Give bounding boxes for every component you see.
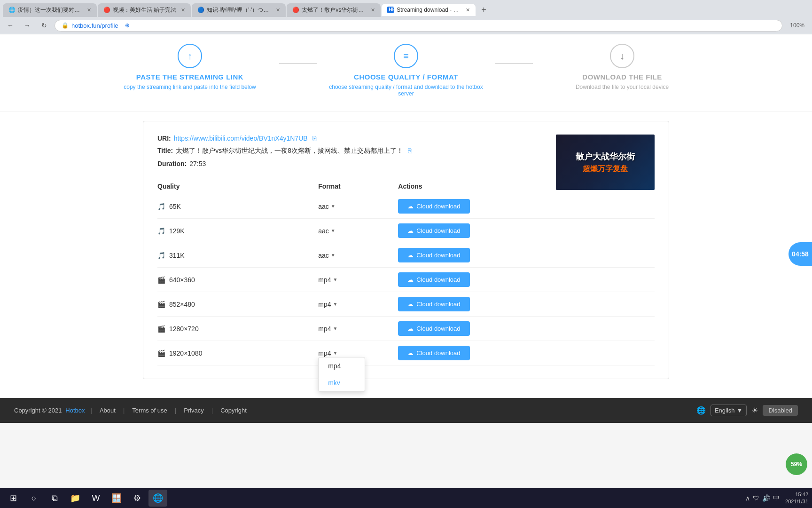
forward-button[interactable]: → [21,19,34,32]
download-label-3: Cloud download [416,276,460,283]
step-1-desc: copy the streaming link and paste into t… [124,84,256,90]
disabled-button[interactable]: Disabled [763,405,798,416]
format-value-6: mp4 [318,349,331,357]
format-value-3: mp4 [318,276,331,284]
format-select-2[interactable]: aac▼ [318,252,398,259]
language-select[interactable]: English ▼ [710,405,747,416]
footer-copyright: Copyright © 2021 [14,407,62,414]
format-cell-0: aac▼ [318,194,398,219]
chevron-down-icon: ▼ [331,228,336,233]
col-quality: Quality [157,179,318,194]
separator-2: | [123,407,125,414]
chevron-down-icon: ▼ [737,407,743,414]
quality-value-2: 311K [169,252,185,259]
floating-time-badge[interactable]: 04:58 [789,242,812,266]
cloud-download-button-2[interactable]: ☁Cloud download [398,248,469,262]
format-value-1: aac [318,227,329,235]
format-select-3[interactable]: mp4▼ [318,276,398,284]
quality-cell-5: 🎬1280×720 [157,317,318,341]
format-wrapper-2: aac▼ [318,252,398,259]
action-cell-2: ☁Cloud download [398,243,655,268]
url-bar[interactable]: 🔒 hotbox.fun/profile ⊕ [55,20,782,32]
action-cell-3: ☁Cloud download [398,268,655,292]
format-select-0[interactable]: aac▼ [318,203,398,210]
dropdown-mp4[interactable]: mp4 [319,357,365,374]
uri-copy-icon[interactable]: ⎘ [312,135,316,142]
tab-2[interactable]: 🔴 视频：美好生活 始于完法 ✕ [98,3,191,17]
format-value-5: mp4 [318,325,331,333]
tab-close-2[interactable]: ✕ [181,7,185,13]
page-content: ↑ PASTE THE STREAMING LINK copy the stre… [0,34,812,423]
translate-icon: ⊕ [125,22,130,29]
chevron-down-icon: ▼ [333,277,337,282]
cloud-icon-3: ☁ [407,276,414,283]
step-3-desc: Download the file to your local device [576,84,669,90]
tab-1[interactable]: 🌐 疫情）这一次我们要对疫情... ✕ [3,3,97,17]
tab-5[interactable]: HB Streaming download - Hotbox ✕ [382,4,476,16]
format-wrapper-1: aac▼ [318,227,398,235]
chevron-down-icon: ▼ [333,350,337,356]
chevron-down-icon: ▼ [333,326,337,331]
footer-link-terms[interactable]: Terms of use [132,407,167,414]
uri-link[interactable]: https://www.bilibili.com/video/BV1nX4y1N… [174,135,308,142]
format-cell-4: mp4▼ [318,292,398,317]
footer-link-privacy[interactable]: Privacy [184,407,204,414]
tab-close-5[interactable]: ✕ [466,7,470,13]
chevron-down-icon: ▼ [331,204,336,209]
inline-dropdown: mp4mkv [318,357,365,392]
chevron-down-icon: ▼ [331,253,336,258]
download-label-5: Cloud download [416,325,460,332]
tab-label-2: 视频：美好生活 始于完法 [113,6,176,14]
footer-left: Copyright © 2021 Hotbox | About | Terms … [14,407,250,414]
cloud-download-button-0[interactable]: ☁Cloud download [398,199,469,214]
step-2-circle: ≡ [394,44,418,68]
tab-3[interactable]: 🔵 知识-哔哩哔哩（'·'）つロ 干杯~ ✕ [192,3,286,17]
tab-close-4[interactable]: ✕ [371,7,375,13]
browser-chrome: 🌐 疫情）这一次我们要对疫情... ✕ 🔴 视频：美好生活 始于完法 ✕ 🔵 知… [0,0,812,34]
footer-brand[interactable]: Hotbox [65,407,85,414]
reload-button[interactable]: ↻ [38,19,51,32]
tab-4[interactable]: 🔴 太燃了！散户vs华尔街世纪大战... ✕ [287,3,381,17]
step-divider-2 [495,63,533,64]
tab-close-3[interactable]: ✕ [276,7,280,13]
brightness-icon: ☀ [751,406,758,415]
cloud-download-button-1[interactable]: ☁Cloud download [398,223,469,238]
browser-controls: 100% [786,22,808,29]
step-1: ↑ PASTE THE STREAMING LINK copy the stre… [101,44,279,97]
format-select-5[interactable]: mp4▼ [318,325,398,333]
quality-icon-2: 🎵 [157,252,165,259]
quality-cell-2: 🎵311K [157,243,318,268]
dropdown-mkv[interactable]: mkv [319,374,365,391]
globe-icon: 🌐 [696,406,706,415]
format-value-0: aac [318,203,329,210]
format-select-6[interactable]: mp4▼ [318,349,398,357]
tab-favicon-4: 🔴 [292,7,299,13]
format-cell-6: mp4▼mp4mkv [318,341,398,365]
quality-value-3: 640×360 [169,276,195,284]
table-row: 🎬1280×720mp4▼☁Cloud download [157,317,655,341]
format-select-1[interactable]: aac▼ [318,227,398,235]
separator-4: | [211,407,213,414]
download-label-4: Cloud download [416,301,460,308]
step-3-circle: ↓ [610,44,634,68]
cloud-download-button-5[interactable]: ☁Cloud download [398,321,469,336]
tab-close-1[interactable]: ✕ [87,7,91,13]
format-select-4[interactable]: mp4▼ [318,301,398,308]
cloud-download-button-6[interactable]: ☁Cloud download [398,346,469,360]
format-wrapper-4: mp4▼ [318,301,398,308]
cloud-download-button-4[interactable]: ☁Cloud download [398,297,469,311]
footer-link-copyright[interactable]: Copyright [220,407,247,414]
action-cell-1: ☁Cloud download [398,219,655,243]
table-row: 🎵65Kaac▼☁Cloud download [157,194,655,219]
new-tab-button[interactable]: + [476,3,491,17]
format-wrapper-3: mp4▼ [318,276,398,284]
footer-link-about[interactable]: About [100,407,116,414]
quality-cell-4: 🎬852×480 [157,292,318,317]
cloud-download-button-3[interactable]: ☁Cloud download [398,272,469,287]
title-copy-icon[interactable]: ⎘ [408,147,412,154]
col-format: Format [318,179,398,194]
step-divider-1 [279,63,317,64]
thumbnail-inner: 散户大战华尔街 超燃万字复盘 [556,135,655,190]
tab-label-3: 知识-哔哩哔哩（'·'）つロ 干杯~ [207,6,271,14]
back-button[interactable]: ← [4,19,17,32]
